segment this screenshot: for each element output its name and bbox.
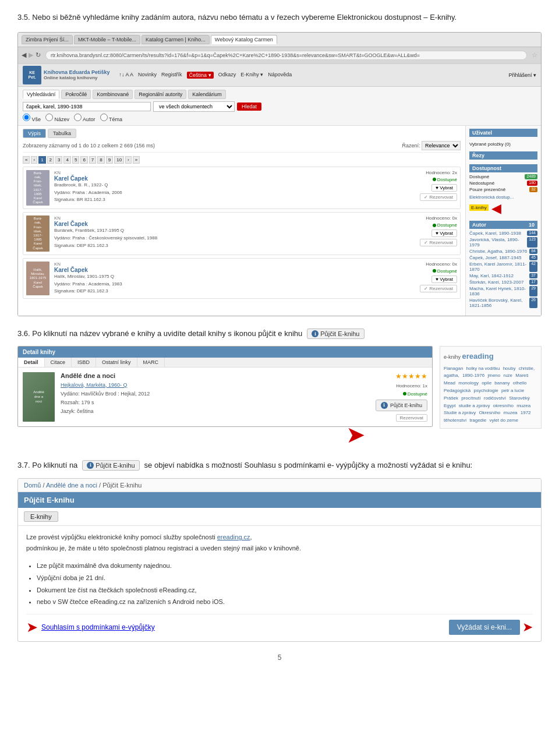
tag-studie[interactable]: studie a zprávy <box>459 403 490 408</box>
ekniky-label[interactable]: E-knihy <box>469 204 489 211</box>
autor-6[interactable]: Štorkán, Karel, 1923-2007 <box>469 280 523 285</box>
tag-banany[interactable]: banany <box>494 380 510 386</box>
nav-registrik[interactable]: Registřík <box>161 72 182 79</box>
page-6[interactable]: 6 <box>80 156 87 164</box>
nedostupne-label[interactable]: Nedostupné <box>469 181 494 186</box>
detail-loan-button[interactable]: ℹ Půjčit E-knihu <box>376 400 427 411</box>
detail-tab-ostatni[interactable]: Ostatní linky <box>96 358 137 367</box>
dostupne-label[interactable]: Dostupné <box>469 174 489 179</box>
search-input[interactable] <box>23 102 151 111</box>
tag-tehotenstvi[interactable]: těhotenství <box>444 418 466 423</box>
autor-1[interactable]: Javorická, Vlasta, 1890-1979 <box>469 237 527 248</box>
pouze-prezencne-label[interactable]: Pouze prezenčně <box>469 187 505 192</box>
page-first[interactable]: « <box>23 156 30 164</box>
tag-holky[interactable]: holky na vodítku <box>466 366 500 371</box>
tag-jmeno[interactable]: jmeno <box>487 373 500 378</box>
breadcrumb-andele[interactable]: Andělé dne a noci <box>46 482 97 489</box>
browser-tab-2[interactable]: MKT-Mobile – T-Mobile... <box>74 35 140 44</box>
browser-tab-4[interactable]: Webový Katalog Carmen <box>211 35 277 44</box>
vybrat-button-0[interactable]: ♥ Vybrat <box>431 184 457 192</box>
tag-okresniho2[interactable]: Okresního <box>479 410 500 415</box>
pujcit-tab-ekniky[interactable]: E-knihy <box>24 511 58 522</box>
tag-egypt[interactable]: Egypt <box>444 403 455 408</box>
tag-psychologie[interactable]: psychologie <box>474 388 498 393</box>
forward-icon[interactable]: ▶ <box>29 51 33 59</box>
nav-odkazy[interactable]: Odkazy <box>218 72 236 79</box>
tag-muzea[interactable]: muzea <box>516 403 530 408</box>
page-8[interactable]: 8 <box>97 156 104 164</box>
autor-4[interactable]: Erben, Karel Jaromír, 1811-1870 <box>469 262 529 272</box>
tag-monology[interactable]: monology <box>458 380 479 386</box>
tag-agatha[interactable]: agatha, <box>444 373 459 378</box>
search-scope-select[interactable]: ve všech dokumentech <box>153 101 235 112</box>
address-bar[interactable]: rtr.knihovna.brandysnl.cz:8080/Carmen/ts… <box>45 51 527 60</box>
result-title-0[interactable]: Karel Čapek <box>54 175 394 182</box>
tag-staroveky[interactable]: Starověký <box>509 395 530 401</box>
tag-petr[interactable]: petr a lucie <box>501 388 524 393</box>
vypis-button[interactable]: Výpis <box>23 129 46 138</box>
autor-2[interactable]: Christie, Agatha, 1890-1976 <box>469 249 527 254</box>
nav-prihlaseni[interactable]: Přihlášení ▾ <box>508 72 536 78</box>
browser-tab-1[interactable]: Zimbra Prijeni Ší... <box>22 35 73 44</box>
tag-studie2[interactable]: Studie a zprávy <box>444 410 476 415</box>
autor-7[interactable]: Macha, Karel Hynek, 1810-1836 <box>469 286 529 296</box>
tag-opile[interactable]: opile <box>482 380 491 386</box>
tag-mares[interactable]: Mareš <box>515 373 528 378</box>
tag-mead[interactable]: Mead <box>444 380 455 386</box>
detail-rezervovat-button[interactable]: Rezervovat <box>396 414 427 422</box>
search-tab-kalendarium[interactable]: Kalendárium <box>188 90 226 99</box>
section36-loan-button[interactable]: ℹ Půjčit E-knihu <box>307 328 364 339</box>
ereading-link[interactable]: ereading.cz <box>217 534 250 540</box>
tag-houby[interactable]: houby <box>503 366 516 371</box>
tag-othello[interactable]: othello <box>513 380 527 386</box>
page-9[interactable]: 9 <box>106 156 113 164</box>
tag-procitnu[interactable]: procítnutí <box>461 395 480 401</box>
filter-vse[interactable]: Vše <box>23 114 41 122</box>
tag-okresniho[interactable]: okresního <box>493 403 514 408</box>
search-tab-regionalni[interactable]: Regionální autority <box>135 90 186 99</box>
back-icon[interactable]: ◀ <box>22 51 26 59</box>
result-title-2[interactable]: Karel Čapek <box>54 267 394 273</box>
tag-vylet[interactable]: vylet do zeme <box>490 418 518 423</box>
autor-0[interactable]: Čapek, Karel, 1890-1938 <box>469 231 521 236</box>
rezervovat-button-2[interactable]: ✓ Rezervovat <box>420 285 457 292</box>
filter-tema[interactable]: Téma <box>100 114 122 122</box>
tag-rodicovstvi[interactable]: rodičovství <box>484 395 506 401</box>
search-tab-pokrocile[interactable]: Pokročilé <box>61 90 91 99</box>
page-2[interactable]: 2 <box>47 156 54 164</box>
vyzadat-button[interactable]: Vyžádat si e-kni... <box>449 620 520 635</box>
nav-cestina[interactable]: Čeština ▾ <box>187 72 214 79</box>
filter-nazev[interactable]: Název <box>45 114 69 122</box>
rezervovat-button-1[interactable]: ✓ Rezervovat <box>420 239 457 246</box>
detail-author[interactable]: Hejkalová, Markéta, 1960- Q <box>61 382 128 388</box>
tag-muzea2[interactable]: muzea <box>504 410 518 415</box>
nav-ekniky[interactable]: E-Knihy ▾ <box>240 72 263 79</box>
detail-tab-marc[interactable]: MARC <box>137 358 165 367</box>
page-4[interactable]: 4 <box>63 156 70 164</box>
page-5[interactable]: 5 <box>72 156 79 164</box>
page-next[interactable]: › <box>125 156 132 164</box>
tag-prasek[interactable]: Prášek <box>444 395 458 401</box>
rezervovat-button-0[interactable]: ✓ Rezervovat <box>420 193 457 201</box>
tabulka-button[interactable]: Tabulka <box>48 129 76 138</box>
tag-christie[interactable]: christie, <box>519 366 535 371</box>
star-icon[interactable]: ☆ <box>532 51 537 59</box>
search-button[interactable]: Hledat <box>237 103 261 111</box>
page-1[interactable]: 1 <box>38 156 45 164</box>
search-tab-kombinovane[interactable]: Kombinované <box>93 90 133 99</box>
tag-ruze[interactable]: ruze <box>503 373 512 378</box>
page-7[interactable]: 7 <box>89 156 96 164</box>
section37-loan-button[interactable]: ℹ Půjčit E-knihu <box>82 460 139 471</box>
search-tab-vyhledavani[interactable]: Vyhledávání <box>23 90 59 99</box>
sort-select[interactable]: Relevance <box>422 141 461 150</box>
nav-napoveda[interactable]: Nápověda <box>268 72 292 79</box>
detail-tab-isbd[interactable]: ISBD <box>72 358 96 367</box>
vybrat-button-1[interactable]: ♥ Vybrat <box>431 229 457 237</box>
tag-pedagogicka[interactable]: Pedagogická <box>444 388 470 393</box>
detail-tab-citace[interactable]: Citace <box>45 358 72 367</box>
page-10[interactable]: 10 <box>114 156 124 164</box>
result-title-1[interactable]: Karel Čapek <box>54 221 394 227</box>
elektro-dostupnost-label[interactable]: Elektronická dostup... <box>469 195 514 200</box>
souhlas-link[interactable]: Souhlasím s podmínkami e-výpůjčky <box>41 623 155 631</box>
autor-5[interactable]: May, Karl, 1842-1912 <box>469 273 514 278</box>
